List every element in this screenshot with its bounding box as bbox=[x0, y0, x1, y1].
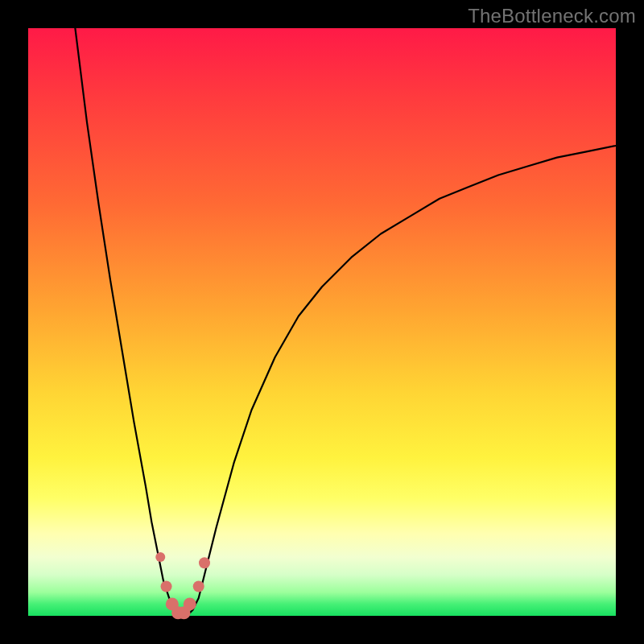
chart-frame: TheBottleneck.com bbox=[0, 0, 644, 644]
bottleneck-curve-svg bbox=[28, 28, 616, 616]
curve-marker bbox=[199, 557, 210, 568]
curve-markers bbox=[155, 552, 210, 619]
watermark-text: TheBottleneck.com bbox=[468, 5, 636, 27]
curve-marker bbox=[184, 597, 196, 610]
curve-marker bbox=[155, 552, 165, 562]
bottleneck-curve bbox=[75, 28, 616, 616]
curve-marker bbox=[193, 581, 204, 592]
chart-plot-area bbox=[28, 28, 616, 616]
curve-marker bbox=[161, 581, 172, 592]
